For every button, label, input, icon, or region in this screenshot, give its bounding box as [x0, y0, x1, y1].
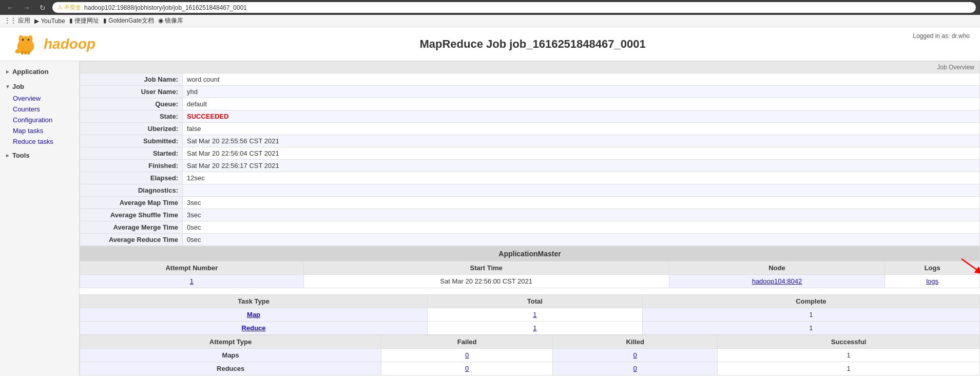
overview-row-finished: Finished: Sat Mar 20 22:56:17 CST 2021: [80, 160, 980, 172]
value-finished: Sat Mar 20 22:56:17 CST 2021: [183, 160, 980, 172]
svg-point-2: [19, 35, 24, 42]
am-data-row: 1 Sat Mar 20 22:56:00 CST 2021 hadoop104…: [80, 275, 980, 288]
attempt-row-maps: Maps 0 0 1: [80, 349, 980, 362]
sidebar-tools-label: Tools: [12, 152, 30, 159]
svg-rect-9: [28, 51, 30, 54]
overview-row-started: Started: Sat Mar 20 22:56:04 CST 2021: [80, 147, 980, 160]
chevron-right-tools-icon: ►: [5, 153, 10, 158]
label-submitted: Submitted:: [80, 135, 183, 147]
overview-row-username: User Name: yhd: [80, 86, 980, 98]
svg-point-5: [28, 39, 30, 41]
sidebar-job-links: Overview Counters Configuration Map task…: [0, 93, 79, 147]
overview-row-jobname: Job Name: word count: [80, 73, 980, 86]
sidebar-link-reduce-tasks[interactable]: Reduce tasks: [8, 136, 79, 147]
sidebar-link-map-tasks[interactable]: Map tasks: [8, 125, 79, 136]
back-button[interactable]: ←: [4, 3, 16, 13]
red-arrow-annotation: [956, 256, 980, 277]
value-submitted: Sat Mar 20 22:55:56 CST 2021: [183, 135, 980, 147]
am-header-row: Attempt Number Start Time Node Logs: [80, 261, 980, 275]
task-map-complete: 1: [642, 308, 979, 322]
label-started: Started:: [80, 147, 183, 160]
attempt-type-maps: Maps: [80, 349, 381, 362]
label-uberized: Uberized:: [80, 123, 183, 135]
logged-in-label: Logged in as: dr.who: [913, 32, 970, 40]
label-avg-reduce: Average Reduce Time: [80, 234, 183, 246]
attempt-maps-killed-link[interactable]: 0: [633, 351, 637, 359]
task-reduce-total-link[interactable]: 1: [533, 324, 536, 332]
sidebar-application-header[interactable]: ► Application: [0, 65, 79, 78]
am-node-link[interactable]: hadoop104:8042: [752, 277, 802, 285]
application-master-table: ApplicationMaster Attempt Number Start T…: [80, 246, 980, 288]
task-map-total-link[interactable]: 1: [533, 311, 536, 318]
am-col-attempt: Attempt Number: [80, 261, 304, 275]
label-elapsed: Elapsed:: [80, 172, 183, 184]
bookmark-apps[interactable]: ⋮⋮ 应用: [4, 16, 30, 25]
sidebar-link-overview[interactable]: Overview: [8, 93, 79, 104]
value-avg-merge: 0sec: [183, 221, 980, 234]
bookmark-links[interactable]: ▮ 便捷网址: [69, 16, 99, 25]
am-logs-link[interactable]: logs: [926, 277, 938, 285]
task-map-link[interactable]: Map: [247, 311, 260, 318]
hadoop-elephant-icon: [10, 32, 41, 55]
sidebar-section-tools: ► Tools: [0, 149, 79, 162]
address-bar[interactable]: ⚠ 不安全 hadoop102:19888/jobhistory/job/job…: [52, 2, 976, 13]
label-diagnostics: Diagnostics:: [80, 184, 183, 197]
sidebar-application-label: Application: [12, 68, 49, 76]
am-node: hadoop104:8042: [669, 275, 885, 288]
browser-chrome: ← → ↻ ⚠ 不安全 hadoop102:19888/jobhistory/j…: [0, 0, 980, 15]
sidebar-link-configuration[interactable]: Configuration: [8, 115, 79, 125]
forward-button[interactable]: →: [21, 3, 33, 13]
overview-row-uberized: Uberized: false: [80, 123, 980, 135]
label-state: State:: [80, 110, 183, 123]
attempt-reduces-failed: 0: [381, 362, 553, 375]
attempt-col-successful: Successful: [718, 335, 980, 349]
task-reduce-total: 1: [428, 322, 643, 335]
refresh-button[interactable]: ↻: [37, 3, 48, 13]
security-warning: ⚠ 不安全: [57, 4, 81, 11]
sidebar-section-job: ▼ Job Overview Counters Configuration Ma…: [0, 80, 79, 147]
overview-row-state: State: SUCCEEDED: [80, 110, 980, 123]
task-row-map: Map 1 1: [80, 308, 980, 322]
bookmark-youtube[interactable]: ▶ YouTube: [34, 17, 65, 25]
label-user-name: User Name:: [80, 86, 183, 98]
value-avg-shuffle: 3sec: [183, 209, 980, 221]
overview-row-diagnostics: Diagnostics:: [80, 184, 980, 197]
am-col-node: Node: [669, 261, 885, 275]
attempt-col-failed: Failed: [381, 335, 553, 349]
am-attempt-link[interactable]: 1: [190, 277, 194, 285]
attempt-row-reduces: Reduces 0 0 1: [80, 362, 980, 375]
attempt-reduces-killed-link[interactable]: 0: [633, 365, 637, 372]
am-section-title: ApplicationMaster: [80, 247, 980, 261]
attempt-maps-failed: 0: [381, 349, 553, 362]
attempt-col-killed: Killed: [552, 335, 717, 349]
am-col-logs: Logs: [885, 261, 980, 275]
chevron-down-icon: ▼: [5, 84, 10, 89]
label-queue: Queue:: [80, 98, 183, 110]
sidebar-job-label: Job: [12, 83, 24, 90]
bookmark-mirror[interactable]: ◉ 镜像库: [158, 16, 183, 25]
chevron-right-icon: ►: [5, 69, 10, 74]
sidebar: ► Application ▼ Job Overview Counters Co…: [0, 61, 80, 376]
sidebar-tools-header[interactable]: ► Tools: [0, 149, 79, 162]
hadoop-logo-text: hadoop: [44, 36, 95, 52]
am-start-time: Sat Mar 20 22:56:00 CST 2021: [303, 275, 669, 288]
bookmark-goldengate[interactable]: ▮ GoldenGate文档: [103, 16, 154, 25]
attempt-reduces-failed-link[interactable]: 0: [465, 365, 469, 372]
main-content: ► Application ▼ Job Overview Counters Co…: [0, 61, 980, 376]
attempt-maps-failed-link[interactable]: 0: [465, 351, 469, 359]
label-finished: Finished:: [80, 160, 183, 172]
attempt-maps-successful: 1: [718, 349, 980, 362]
hadoop-logo: hadoop: [10, 32, 95, 55]
app-header: hadoop MapReduce Job job_1616251848467_0…: [0, 27, 980, 61]
bookmarks-bar: ⋮⋮ 应用 ▶ YouTube ▮ 便捷网址 ▮ GoldenGate文档 ◉ …: [0, 15, 980, 27]
attempt-col-type: Attempt Type: [80, 335, 381, 349]
attempt-maps-killed: 0: [552, 349, 717, 362]
overview-row-submitted: Submitted: Sat Mar 20 22:55:56 CST 2021: [80, 135, 980, 147]
sidebar-job-header[interactable]: ▼ Job: [0, 80, 79, 93]
overview-row-avg-map: Average Map Time 3sec: [80, 197, 980, 209]
task-reduce-link[interactable]: Reduce: [242, 324, 266, 332]
sidebar-link-counters[interactable]: Counters: [8, 104, 79, 115]
value-avg-reduce: 0sec: [183, 234, 980, 246]
value-user-name: yhd: [183, 86, 980, 98]
task-row-reduce: Reduce 1 1: [80, 322, 980, 335]
